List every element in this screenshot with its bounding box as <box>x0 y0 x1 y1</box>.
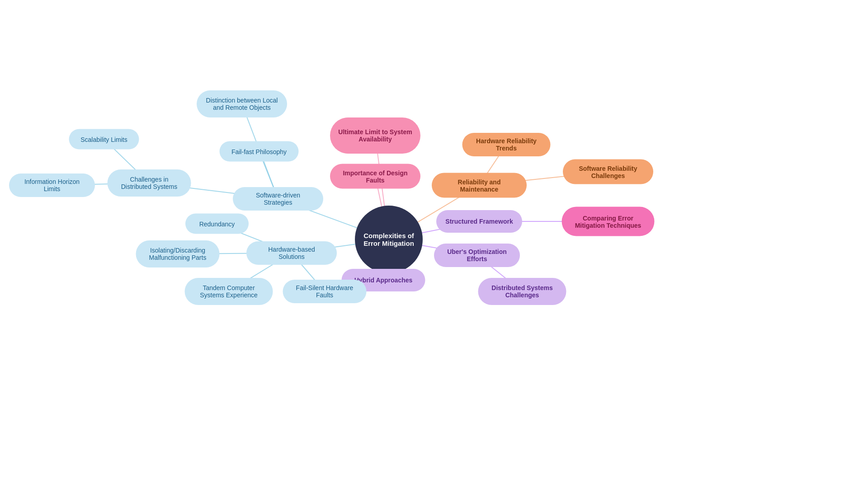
node-uber-optimization[interactable]: Uber's Optimization Efforts <box>434 244 520 267</box>
node-comparing-error[interactable]: Comparing Error Mitigation Techniques <box>562 207 655 236</box>
node-distributed-challenges-main[interactable]: Challenges in Distributed Systems <box>108 169 191 197</box>
node-scalability-limits[interactable]: Scalability Limits <box>69 129 139 150</box>
node-importance-design[interactable]: Importance of Design Faults <box>330 164 420 189</box>
node-ultimate-limit[interactable]: Ultimate Limit to System Availability <box>330 117 420 154</box>
node-hardware-solutions[interactable]: Hardware-based Solutions <box>246 241 337 265</box>
node-structured-framework[interactable]: Structured Framework <box>436 210 522 233</box>
node-reliability-maint[interactable]: Reliability and Maintenance <box>432 173 527 198</box>
node-redundancy[interactable]: Redundancy <box>185 214 249 234</box>
node-information-horizon[interactable]: Information Horizon Limits <box>9 174 95 197</box>
node-software-reliability[interactable]: Software Reliability Challenges <box>563 160 653 184</box>
node-fail-fast[interactable]: Fail-fast Philosophy <box>220 141 299 162</box>
node-tandem-computer[interactable]: Tandem Computer Systems Experience <box>185 278 273 305</box>
mindmap-container: Complexities of Error MitigationUltimate… <box>0 0 868 488</box>
connections-svg <box>0 0 868 488</box>
node-distinction-local[interactable]: Distinction between Local and Remote Obj… <box>197 90 287 117</box>
node-software-strategies[interactable]: Software-driven Strategies <box>233 187 323 211</box>
node-fail-silent[interactable]: Fail-Silent Hardware Faults <box>283 280 367 303</box>
node-distributed-challenges-right[interactable]: Distributed Systems Challenges <box>478 278 566 305</box>
node-center[interactable]: Complexities of Error Mitigation <box>355 206 423 273</box>
node-hardware-reliability[interactable]: Hardware Reliability Trends <box>462 133 551 156</box>
node-isolating-malfunc[interactable]: Isolating/Discarding Malfunctioning Part… <box>136 240 220 267</box>
